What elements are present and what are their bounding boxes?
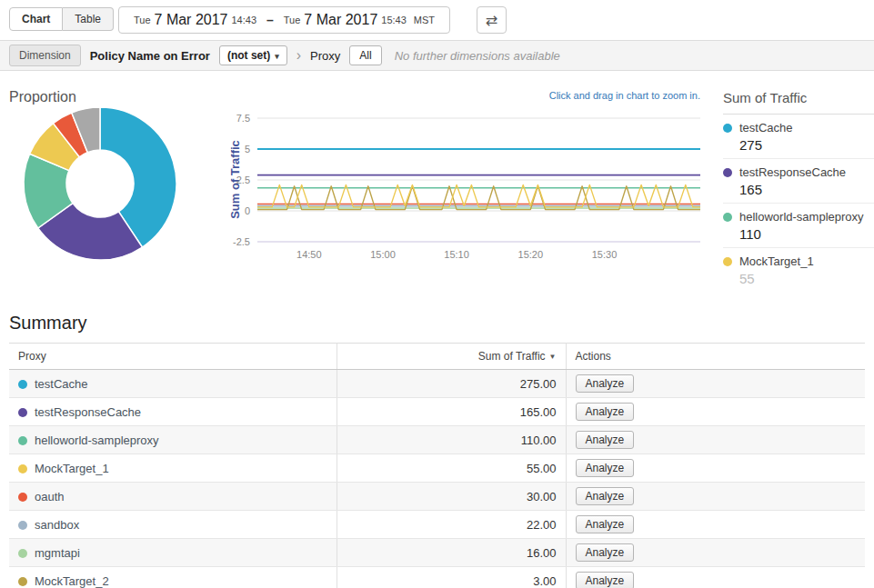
legend-item[interactable]: testResponseCache165	[723, 159, 874, 204]
dimension-chip[interactable]: Dimension	[9, 45, 81, 66]
proxy-name: testCache	[35, 377, 88, 391]
x-tick-label: 14:50	[296, 249, 322, 260]
proxy-dimension-label: Proxy	[310, 49, 340, 63]
legend-item-name: MockTarget_1	[739, 254, 814, 268]
actions-cell: Analyze	[566, 370, 865, 398]
proxy-color-dot	[18, 464, 27, 473]
actions-cell: Analyze	[566, 454, 865, 483]
date-range-picker[interactable]: Tue 7 Mar 2017 14:43 – Tue 7 Mar 2017 15…	[118, 6, 450, 34]
traffic-value-cell: 55.00	[337, 454, 566, 483]
column-header-proxy[interactable]: Proxy	[9, 344, 337, 370]
column-header-actions: Actions	[566, 344, 865, 370]
proxy-cell: MockTarget_2	[9, 567, 337, 588]
actions-cell: Analyze	[566, 426, 865, 454]
chart-legend: Sum of Traffic testCache275testResponseC…	[723, 90, 874, 292]
line-chart-svg[interactable]: 7.552.50-2.514:5015:0015:1015:2015:30	[205, 107, 707, 271]
legend-item-name: helloworld-sampleproxy	[739, 210, 864, 224]
proxy-color-dot	[18, 493, 27, 502]
legend-item[interactable]: MockTarget_155	[723, 248, 874, 292]
start-day: Tue	[134, 15, 151, 25]
legend-color-dot	[723, 257, 732, 266]
proxy-cell: testCache	[9, 370, 337, 398]
column-header-proxy-label: Proxy	[18, 350, 46, 363]
legend-color-dot	[723, 168, 732, 177]
proxy-cell: testResponseCache	[9, 398, 337, 426]
refresh-icon: ⇄	[486, 12, 497, 29]
analyze-button[interactable]: Analyze	[576, 487, 635, 505]
table-row: testResponseCache165.00Analyze	[9, 398, 865, 426]
table-header-row: Proxy Sum of Traffic▼ Actions	[9, 344, 865, 370]
proxy-name: testResponseCache	[35, 405, 141, 419]
analyze-button[interactable]: Analyze	[576, 459, 635, 477]
y-tick-label: 7.5	[236, 113, 250, 124]
start-date: 7 Mar 2017	[155, 12, 228, 28]
zoom-hint: Click and drag in chart to zoom in.	[527, 90, 700, 101]
policy-dimension-label: Policy Name on Error	[90, 49, 210, 63]
legend-item-name: testResponseCache	[739, 165, 846, 179]
legend-item-name: testCache	[739, 121, 793, 135]
traffic-value-cell: 16.00	[337, 539, 566, 567]
end-day: Tue	[284, 15, 301, 25]
table-row: mgmtapi16.00Analyze	[9, 539, 865, 567]
y-tick-label: 0	[245, 205, 250, 216]
traffic-value-cell: 30.00	[337, 483, 566, 511]
legend-color-dot	[723, 213, 732, 222]
analyze-button[interactable]: Analyze	[576, 403, 635, 421]
proxy-color-dot	[18, 549, 27, 558]
proxy-color-dot	[18, 521, 27, 530]
proxy-name: helloworld-sampleproxy	[35, 434, 159, 447]
column-header-actions-label: Actions	[576, 350, 611, 363]
analyze-button[interactable]: Analyze	[576, 374, 635, 393]
proxy-name: MockTarget_1	[35, 462, 109, 475]
legend-item-value: 55	[739, 271, 874, 286]
legend-item[interactable]: helloworld-sampleproxy110	[723, 204, 874, 248]
x-tick-label: 15:30	[592, 249, 618, 260]
table-row: oauth30.00Analyze	[9, 483, 865, 511]
proportion-title: Proportion	[9, 89, 76, 105]
sort-desc-icon: ▼	[549, 353, 557, 361]
view-toggle: Chart Table	[9, 7, 114, 31]
proxy-all-button[interactable]: All	[349, 45, 381, 65]
legend-item-value: 275	[739, 137, 874, 153]
analyze-button[interactable]: Analyze	[576, 515, 635, 533]
table-row: sandbox22.00Analyze	[9, 511, 865, 539]
traffic-value-cell: 110.00	[337, 426, 566, 454]
table-row: testCache275.00Analyze	[9, 370, 865, 398]
no-dimensions-note: No further dimensions available	[395, 49, 560, 63]
actions-cell: Analyze	[566, 539, 865, 567]
date-range-dash: –	[266, 13, 274, 27]
x-tick-label: 15:20	[518, 249, 544, 260]
summary-title: Summary	[9, 313, 87, 334]
chevron-down-icon: ▾	[275, 52, 279, 61]
end-date: 7 Mar 2017	[304, 12, 377, 28]
proxy-color-dot	[18, 436, 27, 445]
end-time: 15:43	[381, 15, 407, 25]
legend-item[interactable]: testCache275	[723, 115, 874, 159]
proxy-name: sandbox	[35, 518, 79, 532]
traffic-value-cell: 3.00	[337, 567, 566, 588]
timezone-label: MST	[414, 15, 435, 25]
dimension-bar: Dimension Policy Name on Error (not set)…	[0, 40, 874, 71]
traffic-value-cell: 165.00	[337, 398, 566, 426]
table-row: MockTarget_155.00Analyze	[9, 454, 865, 483]
chart-view-button[interactable]: Chart	[9, 7, 63, 31]
legend-items: testCache275testResponseCache165hellowor…	[723, 115, 874, 292]
proxy-cell: mgmtapi	[9, 539, 337, 567]
proxy-color-dot	[18, 408, 27, 417]
policy-value: (not set)	[227, 49, 270, 62]
proxy-cell: sandbox	[9, 511, 337, 539]
policy-value-dropdown[interactable]: (not set)▾	[219, 45, 287, 65]
proxy-color-dot	[18, 577, 27, 586]
traffic-value-cell: 22.00	[337, 511, 566, 539]
analyze-button[interactable]: Analyze	[576, 543, 635, 562]
analyze-button[interactable]: Analyze	[576, 431, 635, 449]
column-header-traffic[interactable]: Sum of Traffic▼	[337, 344, 566, 370]
table-view-button[interactable]: Table	[63, 7, 114, 31]
x-tick-label: 15:00	[370, 249, 396, 260]
refresh-button[interactable]: ⇄	[477, 6, 507, 34]
actions-cell: Analyze	[566, 483, 865, 511]
legend-item-value: 110	[739, 226, 874, 242]
analyze-button[interactable]: Analyze	[576, 572, 635, 588]
proxy-cell: MockTarget_1	[9, 454, 337, 483]
proxy-name: oauth	[35, 490, 65, 503]
